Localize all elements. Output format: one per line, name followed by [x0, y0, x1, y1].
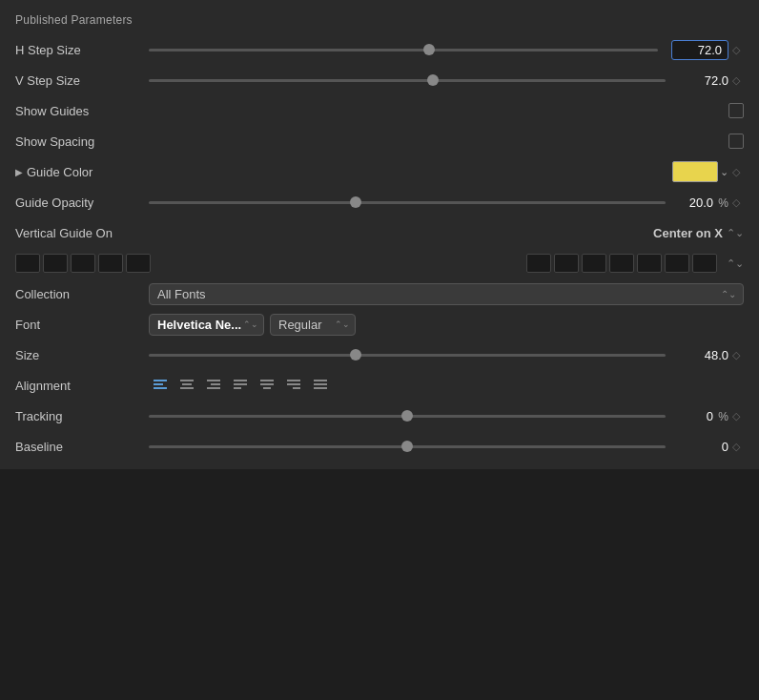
guide-color-swatch[interactable]: [672, 161, 718, 182]
color-block-12[interactable]: [692, 254, 717, 273]
alignment-content: [149, 375, 744, 396]
svg-rect-16: [287, 380, 300, 381]
show-spacing-checkbox[interactable]: [728, 134, 744, 149]
v-step-size-value: 72.0: [679, 73, 728, 88]
svg-rect-19: [314, 380, 327, 381]
show-guides-checkbox[interactable]: [728, 103, 744, 118]
baseline-slider-thumb[interactable]: [401, 441, 413, 452]
v-step-size-row: V Step Size 72.0 ◇: [0, 65, 759, 95]
align-center-btn[interactable]: [175, 375, 198, 396]
font-label: Font: [15, 318, 149, 332]
baseline-row: Baseline 0 ◇: [0, 431, 759, 462]
svg-rect-18: [293, 387, 300, 389]
vertical-guide-arrows[interactable]: ⌃⌄: [727, 227, 744, 239]
align-justify-left-btn[interactable]: [229, 375, 252, 396]
h-step-size-slider-thumb[interactable]: [423, 44, 435, 55]
collection-select[interactable]: All Fonts Recent Fonts System Fonts: [149, 283, 744, 305]
collection-dropdown-wrap: All Fonts Recent Fonts System Fonts: [149, 283, 744, 305]
size-slider-thumb[interactable]: [350, 349, 361, 360]
h-step-size-row: H Step Size 72.0 ◇: [0, 34, 759, 65]
svg-rect-12: [234, 387, 241, 389]
h-step-size-label: H Step Size: [15, 43, 149, 57]
h-step-size-slider-track[interactable]: [149, 49, 658, 51]
v-step-size-slider-thumb[interactable]: [427, 74, 439, 86]
panel-title: Published Parameters: [0, 8, 759, 34]
svg-rect-13: [260, 380, 274, 381]
baseline-value: 0: [679, 440, 728, 454]
baseline-label: Baseline: [15, 440, 149, 454]
guide-opacity-slider-track[interactable]: [149, 201, 666, 204]
color-block-2[interactable]: [43, 254, 68, 273]
tracking-content: 0 %: [149, 409, 728, 423]
size-label: Size: [15, 348, 149, 362]
svg-rect-2: [154, 387, 167, 389]
tracking-diamond[interactable]: ◇: [728, 408, 744, 423]
font-name-select[interactable]: Helvetica Ne...: [149, 314, 264, 336]
tracking-value: 0 %: [679, 409, 728, 423]
show-spacing-content: [149, 134, 744, 149]
svg-rect-20: [314, 383, 327, 385]
color-block-1[interactable]: [15, 254, 40, 273]
vertical-guide-value-wrap: Center on X ⌃⌄: [449, 226, 744, 240]
baseline-slider-track[interactable]: [149, 445, 666, 448]
size-diamond[interactable]: ◇: [728, 347, 744, 362]
align-left-btn[interactable]: [149, 375, 172, 396]
v-step-size-slider-track[interactable]: [149, 79, 666, 82]
font-name-wrap: Helvetica Ne...: [149, 314, 264, 336]
color-block-8[interactable]: [582, 254, 606, 273]
color-block-10[interactable]: [637, 254, 662, 273]
show-guides-label: Show Guides: [15, 104, 149, 118]
v-step-size-content: 72.0: [149, 73, 728, 88]
svg-rect-4: [180, 380, 194, 381]
baseline-diamond[interactable]: ◇: [728, 439, 744, 454]
guide-color-label: Guide Color: [27, 165, 160, 179]
guide-opacity-diamond[interactable]: ◇: [728, 195, 744, 210]
svg-rect-11: [234, 383, 247, 385]
align-justify-center-btn[interactable]: [256, 375, 278, 396]
h-step-size-input[interactable]: 72.0: [671, 40, 728, 60]
alignment-label: Alignment: [15, 379, 149, 393]
color-block-7[interactable]: [554, 254, 579, 273]
svg-rect-21: [314, 387, 327, 389]
font-style-select[interactable]: Regular Bold Italic: [270, 314, 356, 336]
tracking-slider-thumb[interactable]: [401, 410, 413, 422]
guide-color-diamond[interactable]: ◇: [728, 164, 744, 179]
guide-color-swatch-wrap: ⌄: [672, 161, 728, 182]
v-step-size-diamond[interactable]: ◇: [728, 72, 744, 88]
font-style-wrap: Regular Bold Italic: [270, 314, 356, 336]
color-block-3[interactable]: [71, 254, 95, 273]
svg-rect-7: [207, 380, 220, 381]
svg-rect-9: [207, 387, 220, 389]
guide-opacity-slider-thumb[interactable]: [350, 196, 361, 208]
svg-rect-5: [182, 383, 192, 385]
vertical-guide-value: Center on X: [653, 226, 723, 240]
color-blocks-row: ⌃⌄: [0, 248, 759, 278]
align-right-btn[interactable]: [202, 375, 225, 396]
guide-color-dropdown-arrow[interactable]: ⌄: [720, 166, 728, 178]
h-step-size-diamond[interactable]: ◇: [728, 42, 744, 57]
color-block-4[interactable]: [98, 254, 123, 273]
alignment-row: Alignment: [0, 370, 759, 401]
color-blocks-left: [15, 254, 151, 273]
align-justify-right-btn[interactable]: [282, 375, 305, 396]
guide-opacity-row: Guide Opacity 20.0 % ◇: [0, 187, 759, 217]
color-blocks-arrows[interactable]: ⌃⌄: [727, 257, 744, 270]
color-block-11[interactable]: [665, 254, 689, 273]
guide-opacity-value: 20.0 %: [679, 196, 728, 210]
color-block-6[interactable]: [526, 254, 551, 273]
tracking-slider-track[interactable]: [149, 415, 666, 418]
tracking-row: Tracking 0 % ◇: [0, 401, 759, 431]
size-slider-track[interactable]: [149, 354, 666, 357]
align-full-justify-btn[interactable]: [309, 375, 332, 396]
color-block-9[interactable]: [609, 254, 634, 273]
size-content: 48.0: [149, 348, 728, 362]
color-block-5[interactable]: [126, 254, 151, 273]
guide-opacity-content: 20.0 %: [149, 196, 728, 210]
h-step-size-content: 72.0: [149, 40, 728, 60]
v-step-size-label: V Step Size: [15, 73, 149, 88]
collection-content: All Fonts Recent Fonts System Fonts: [149, 283, 744, 305]
guide-color-expand-icon[interactable]: ▶: [15, 167, 23, 177]
size-value: 48.0: [679, 348, 728, 362]
svg-rect-0: [154, 380, 167, 381]
svg-rect-14: [260, 383, 274, 385]
